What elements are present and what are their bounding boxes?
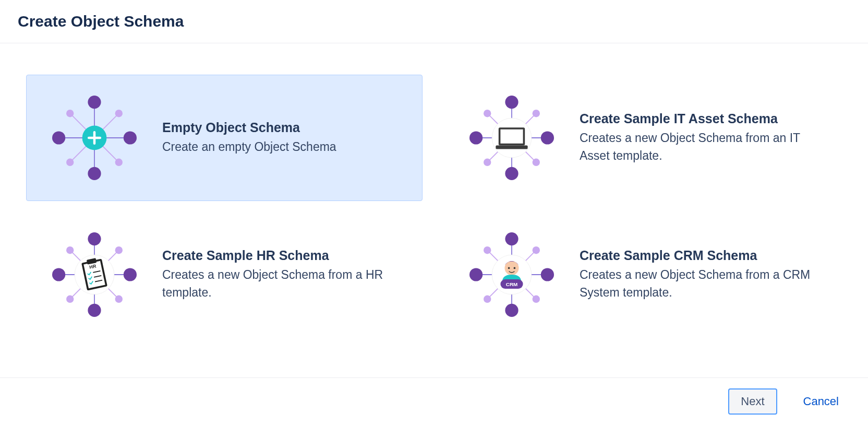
option-it-asset-schema[interactable]: Create Sample IT Asset Schema Creates a … [443, 75, 840, 201]
clipboard-network-icon: HR [42, 222, 147, 327]
svg-point-77 [484, 296, 491, 303]
svg-point-28 [505, 167, 518, 180]
svg-point-74 [541, 268, 554, 281]
svg-point-52 [115, 246, 123, 254]
svg-point-80 [505, 261, 519, 275]
svg-point-31 [484, 110, 491, 117]
svg-rect-38 [496, 145, 527, 149]
dialog-header: Create Object Schema [0, 0, 868, 43]
option-text: Create Sample IT Asset Schema Creates a … [580, 111, 824, 164]
svg-point-47 [88, 232, 101, 245]
svg-point-75 [484, 246, 491, 254]
laptop-network-icon [460, 86, 564, 190]
option-empty-schema[interactable]: Empty Object Schema Create an empty Obje… [26, 75, 423, 201]
svg-point-51 [66, 246, 74, 254]
dialog-footer: Next Cancel [0, 377, 868, 425]
crm-network-icon: CRM [460, 222, 564, 327]
option-title: Create Sample HR Schema [162, 248, 406, 263]
next-button[interactable]: Next [728, 388, 777, 415]
svg-point-73 [469, 268, 483, 281]
svg-point-10 [52, 131, 65, 144]
svg-point-14 [66, 159, 74, 166]
dialog-content: Empty Object Schema Create an empty Obje… [0, 43, 868, 377]
cancel-button[interactable]: Cancel [792, 389, 850, 414]
option-hr-schema[interactable]: HR Create Sample HR Schema Creates a new… [26, 211, 423, 338]
svg-point-34 [533, 159, 540, 166]
option-description: Creates a new Object Schema from a HR te… [162, 266, 406, 301]
option-crm-schema[interactable]: CRM Create Sample CRM Schema Creates a n… [443, 211, 840, 338]
options-grid: Empty Object Schema Create an empty Obje… [26, 75, 840, 338]
svg-point-8 [88, 96, 101, 109]
svg-point-76 [533, 246, 540, 254]
svg-point-33 [484, 159, 491, 166]
svg-point-81 [508, 267, 510, 269]
svg-point-15 [115, 159, 123, 166]
svg-point-9 [88, 167, 101, 180]
svg-point-27 [505, 96, 518, 109]
svg-rect-37 [500, 129, 523, 144]
svg-point-53 [66, 296, 74, 303]
option-description: Create an empty Object Schema [162, 138, 406, 156]
svg-point-82 [514, 267, 516, 269]
svg-point-48 [88, 304, 101, 317]
option-title: Create Sample IT Asset Schema [580, 111, 824, 126]
option-title: Empty Object Schema [162, 120, 406, 135]
option-description: Creates a new Object Schema from a CRM S… [580, 266, 824, 301]
option-text: Create Sample CRM Schema Creates a new O… [580, 248, 824, 301]
plus-network-icon [42, 86, 147, 190]
svg-point-78 [533, 296, 540, 303]
svg-point-49 [52, 268, 65, 281]
option-text: Create Sample HR Schema Creates a new Ob… [162, 248, 406, 301]
svg-point-71 [505, 232, 518, 245]
svg-point-30 [541, 131, 554, 144]
svg-point-11 [124, 131, 137, 144]
svg-point-54 [115, 296, 123, 303]
option-title: Create Sample CRM Schema [580, 248, 824, 263]
svg-point-50 [124, 268, 137, 281]
svg-point-29 [469, 131, 483, 144]
svg-text:CRM: CRM [506, 281, 518, 287]
option-description: Creates a new Object Schema from an IT A… [580, 129, 824, 164]
option-text: Empty Object Schema Create an empty Obje… [162, 120, 406, 156]
svg-point-32 [533, 110, 540, 117]
svg-point-12 [66, 110, 74, 117]
svg-point-72 [505, 304, 518, 317]
svg-point-13 [115, 110, 123, 117]
dialog-title: Create Object Schema [18, 13, 850, 30]
